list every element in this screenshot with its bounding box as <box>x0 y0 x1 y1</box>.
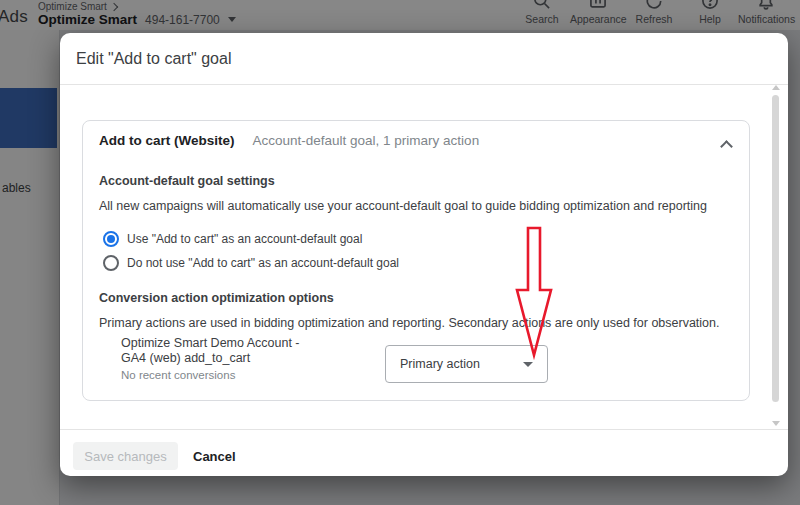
conversion-name-line2: GA4 (web) add_to_cart <box>121 351 300 366</box>
goal-card-header: Add to cart (Website) Account-default go… <box>99 133 479 148</box>
radio-use-default-goal[interactable]: Use "Add to cart" as an account-default … <box>103 231 362 247</box>
dialog-title: Edit "Add to cart" goal <box>76 50 231 68</box>
action-type-dropdown[interactable]: Primary action <box>385 345 548 383</box>
optimization-heading: Conversion action optimization options <box>99 291 334 305</box>
footer-divider <box>60 429 788 430</box>
cancel-button[interactable]: Cancel <box>193 442 236 470</box>
goal-card-subtitle: Account-default goal, 1 primary action <box>253 133 480 148</box>
goal-card: Add to cart (Website) Account-default go… <box>82 120 750 401</box>
collapse-chevron-up-icon[interactable] <box>720 140 733 153</box>
radio-do-not-use-default-goal[interactable]: Do not use "Add to cart" as an account-d… <box>103 255 399 271</box>
dropdown-caret-icon <box>523 362 533 367</box>
radio-unselected-icon[interactable] <box>103 255 119 271</box>
scrollbar-thumb[interactable] <box>772 95 779 402</box>
scrollbar-up-icon[interactable] <box>772 85 780 90</box>
radio-label: Do not use "Add to cart" as an account-d… <box>127 256 399 270</box>
edit-goal-dialog: Edit "Add to cart" goal Add to cart (Web… <box>60 33 788 476</box>
conversion-action-name: Optimize Smart Demo Account - GA4 (web) … <box>121 336 300 366</box>
goal-card-title: Add to cart (Website) <box>99 133 235 148</box>
title-divider <box>60 84 788 85</box>
optimization-description: Primary actions are used in bidding opti… <box>99 316 719 330</box>
settings-description: All new campaigns will automatically use… <box>99 199 707 213</box>
radio-selected-icon[interactable] <box>103 231 119 247</box>
scrollbar-down-icon[interactable] <box>772 421 780 426</box>
settings-heading: Account-default goal settings <box>99 174 275 188</box>
save-changes-button[interactable]: Save changes <box>73 442 178 470</box>
radio-label: Use "Add to cart" as an account-default … <box>127 232 362 246</box>
dropdown-selected-value: Primary action <box>400 357 523 371</box>
conversion-name-line1: Optimize Smart Demo Account - <box>121 336 300 351</box>
conversion-status: No recent conversions <box>121 369 235 381</box>
